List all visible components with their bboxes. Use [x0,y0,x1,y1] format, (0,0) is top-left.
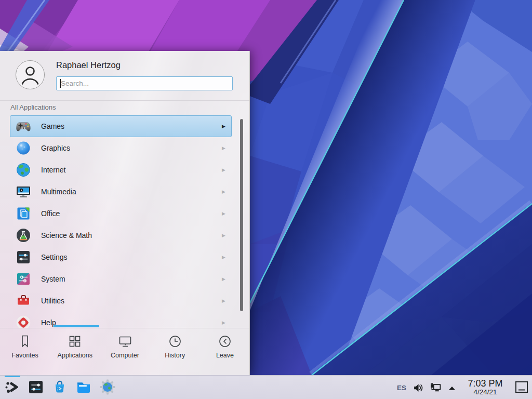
digital-clock[interactable]: 7:03 PM 4/24/21 [462,379,508,396]
user-name: Raphael Hertzog [56,60,121,70]
category-item-graphics[interactable]: Graphics ▶ [10,137,232,159]
category-label: Multimedia [41,188,76,196]
graphics-icon [15,140,32,156]
submenu-arrow-icon: ▶ [222,233,225,238]
taskbar-panel: ES 7:03 PM 4/24/21 [0,375,532,399]
system-settings-button[interactable] [28,379,44,395]
category-item-settings[interactable]: Settings ▶ [10,246,232,268]
submenu-arrow-icon: ▶ [222,145,225,151]
search-input[interactable] [56,76,233,90]
category-item-system[interactable]: System ▶ [10,268,232,290]
volume-icon[interactable] [413,382,423,393]
system-icon [15,271,32,287]
system-tray: ES 7:03 PM 4/24/21 [397,376,532,399]
help-icon [15,314,32,328]
header-divider [0,100,250,101]
settings-icon [15,249,32,265]
utilities-icon [15,292,32,309]
keyboard-layout-indicator[interactable]: ES [397,384,406,392]
tab-history[interactable]: History [150,328,200,375]
desktop[interactable]: Raphael Hertzog All Applications [0,0,532,399]
application-launcher-menu: Raphael Hertzog All Applications [0,51,250,375]
tab-favorites[interactable]: Favorites [0,328,50,375]
submenu-arrow-icon: ▶ [222,189,225,194]
category-label: Office [41,209,60,218]
clock-date: 4/24/21 [462,389,508,396]
user-avatar[interactable] [15,60,45,90]
scrollbar[interactable] [240,119,243,311]
category-item-internet[interactable]: Internet ▶ [10,159,232,181]
tab-label: Applications [58,352,92,359]
category-label: Games [41,122,64,130]
konqueror-globe-icon [99,379,116,395]
science-icon [15,227,32,244]
launcher-active-indicator [5,376,20,377]
file-manager-button[interactable] [75,379,92,395]
history-clock-icon [168,334,182,349]
tab-applications[interactable]: Applications [50,328,100,375]
tab-label: Computer [111,352,139,359]
tab-label: Leave [216,352,234,359]
text-cursor [60,79,61,88]
category-item-science-math[interactable]: Science & Math ▶ [10,224,232,246]
kde-launcher-icon [4,379,21,395]
category-label: Settings [41,253,68,261]
submenu-arrow-icon: ▶ [222,298,225,303]
dolphin-folder-icon [75,379,92,395]
computer-icon [118,334,132,349]
category-label: Utilities [41,297,64,305]
section-label: All Applications [10,103,56,111]
expand-tray-arrow-icon[interactable] [448,383,456,392]
clock-time: 7:03 PM [462,379,508,389]
category-item-utilities[interactable]: Utilities ▶ [10,290,232,312]
category-label: Science & Math [41,231,92,240]
submenu-arrow-icon: ▶ [222,276,225,282]
category-list: Games ▶ Graphics ▶ [0,115,250,328]
tab-leave[interactable]: Leave [200,328,250,375]
office-icon [15,205,32,222]
discover-bag-icon [51,379,68,395]
launcher-button[interactable] [4,379,21,395]
user-icon [15,60,45,90]
discover-button[interactable] [51,379,68,395]
system-settings-icon [28,379,44,395]
submenu-arrow-icon: ▶ [222,211,225,216]
tab-label: Favorites [11,352,38,359]
games-icon [15,118,32,135]
category-label: Graphics [41,144,70,152]
category-item-help[interactable]: Help ▶ [10,312,232,328]
applications-grid-icon [68,334,82,349]
bookmark-icon [18,334,32,349]
category-label: System [41,275,65,283]
network-icon[interactable] [430,382,442,393]
submenu-arrow-icon: ▶ [222,320,225,325]
internet-icon [15,162,32,178]
tab-label: History [165,352,185,359]
active-tab-indicator [54,325,99,327]
show-desktop-button[interactable] [514,380,529,395]
multimedia-icon [15,183,32,200]
launcher-tab-bar: Favorites Applications Computer Hist [0,328,250,375]
submenu-arrow-icon: ▶ [222,167,225,172]
web-browser-button[interactable] [99,379,116,395]
category-item-games[interactable]: Games ▶ [10,115,232,137]
leave-icon [218,334,232,349]
submenu-arrow-icon: ▶ [222,124,225,129]
category-label: Internet [41,166,65,174]
tab-computer[interactable]: Computer [100,328,150,375]
submenu-arrow-icon: ▶ [222,255,225,260]
category-item-office[interactable]: Office ▶ [10,203,232,224]
category-item-multimedia[interactable]: Multimedia ▶ [10,181,232,203]
